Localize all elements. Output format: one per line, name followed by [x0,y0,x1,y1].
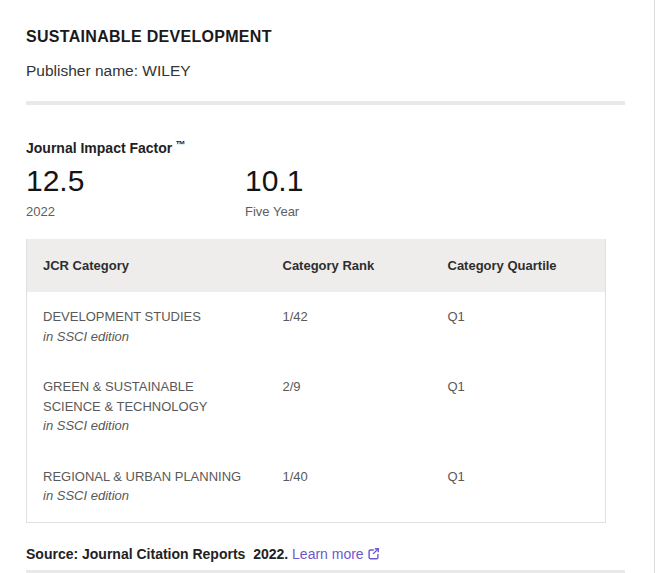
category-name: GREEN & SUSTAINABLE SCIENCE & TECHNOLOGY [43,377,251,416]
category-name: DEVELOPMENT STUDIES [43,307,251,327]
category-name: REGIONAL & URBAN PLANNING [43,467,251,487]
jif-heading-label: Journal Impact Factor [26,140,172,156]
jif-five-year-metric: 10.1 Five Year [245,166,464,218]
header-category-quartile: Category Quartile [432,239,606,292]
category-cell: REGIONAL & URBAN PLANNING in SSCI editio… [27,452,267,523]
rank-cell: 2/9 [267,362,432,452]
section-divider-bottom [26,570,625,573]
category-edition: in SSCI edition [43,327,251,347]
quartile-cell: Q1 [432,452,606,523]
section-divider-top [26,101,625,105]
journal-title: SUSTAINABLE DEVELOPMENT [26,28,630,46]
rank-cell: 1/40 [267,452,432,523]
jcr-journal-widget: SUSTAINABLE DEVELOPMENT Publisher name: … [0,0,656,573]
category-edition: in SSCI edition [43,416,251,436]
category-cell: GREEN & SUSTAINABLE SCIENCE & TECHNOLOGY… [27,362,267,452]
table-header-row: JCR Category Category Rank Category Quar… [27,239,606,292]
jif-heading: Journal Impact Factor™ [26,138,630,155]
publisher-name: WILEY [142,62,190,79]
trademark-symbol: ™ [175,139,185,150]
category-rank-table: JCR Category Category Rank Category Quar… [26,239,606,523]
header-jcr-category: JCR Category [27,239,267,292]
jif-metrics: 12.5 2022 10.1 Five Year [26,166,630,218]
learn-more-link[interactable]: Learn more [292,546,381,562]
jif-five-year-value: 10.1 [245,166,464,196]
jif-current-label: 2022 [26,205,245,218]
table-row: GREEN & SUSTAINABLE SCIENCE & TECHNOLOGY… [27,362,606,452]
rank-cell: 1/42 [267,292,432,362]
quartile-cell: Q1 [432,292,606,362]
quartile-cell: Q1 [432,362,606,452]
learn-more-label: Learn more [292,546,364,562]
publisher-line: Publisher name: WILEY [26,63,630,79]
viewport-right-border [654,0,655,573]
jif-five-year-label: Five Year [245,205,464,218]
category-edition: in SSCI edition [43,486,251,506]
table-row: DEVELOPMENT STUDIES in SSCI edition 1/42… [27,292,606,362]
table-row: REGIONAL & URBAN PLANNING in SSCI editio… [27,452,606,523]
jif-current-value: 12.5 [26,166,245,196]
publisher-label: Publisher name: [26,62,138,79]
jif-current-metric: 12.5 2022 [26,166,245,218]
category-cell: DEVELOPMENT STUDIES in SSCI edition [27,292,267,362]
external-link-icon [366,546,381,561]
source-line: Source: Journal Citation Reports 2022. L… [26,545,630,563]
header-category-rank: Category Rank [267,239,432,292]
source-text: Source: Journal Citation Reports 2022. [26,546,292,562]
